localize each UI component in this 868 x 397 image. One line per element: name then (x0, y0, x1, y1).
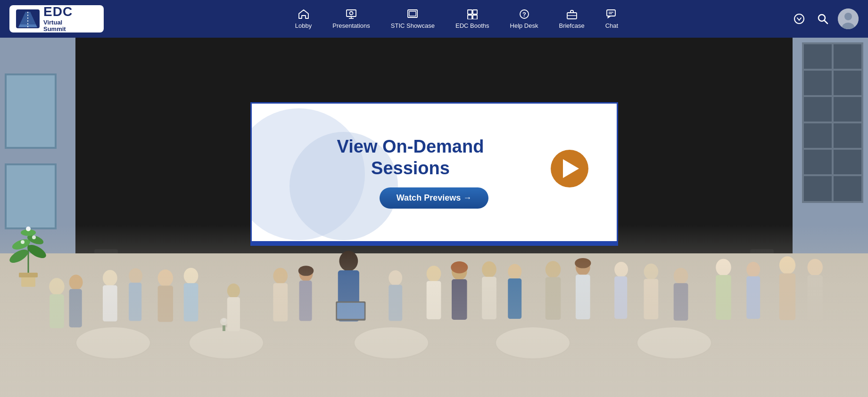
plant-decoration (9, 223, 47, 289)
svg-rect-7 (409, 11, 416, 16)
screen-title: View On-Demand Sessions (318, 136, 550, 179)
nav-label-stic-showcase: STIC Showcase (391, 22, 435, 29)
audience-overlay (0, 225, 868, 397)
window-left-1 (5, 73, 57, 149)
nav-item-presentations[interactable]: Presentations (322, 6, 380, 32)
right-deco-panel (802, 42, 863, 203)
nav-icon-stic-showcase (407, 9, 418, 21)
nav-links: LobbyPresentationsSTIC ShowcaseEDC Booth… (123, 6, 791, 32)
nav-item-lobby[interactable]: Lobby (285, 6, 322, 32)
nav-label-edc-booths: EDC Booths (455, 22, 489, 29)
svg-rect-9 (473, 10, 477, 14)
nav-label-lobby: Lobby (295, 22, 312, 29)
nav-icon-help-desk: ? (519, 9, 530, 21)
svg-text:?: ? (522, 11, 526, 18)
nav-icon-presentations (346, 9, 357, 21)
nav-right (791, 8, 859, 29)
plant-icon (9, 223, 47, 289)
play-triangle-icon (563, 159, 579, 178)
chevron-down-icon (794, 14, 804, 24)
svg-rect-26 (19, 273, 38, 277)
nav-label-presentations: Presentations (332, 22, 370, 29)
svg-point-34 (21, 240, 25, 244)
nav-item-stic-showcase[interactable]: STIC Showcase (380, 6, 445, 32)
svg-point-3 (350, 11, 353, 15)
svg-point-28 (9, 247, 30, 265)
nav-icon-edc-booths (467, 9, 478, 21)
logo-virtual-label: Virtual (43, 19, 73, 26)
svg-point-19 (794, 14, 804, 24)
logo[interactable]: EDC Virtual Summit (9, 5, 104, 32)
svg-rect-11 (473, 15, 477, 19)
logo-summit-label: Summit (43, 26, 73, 32)
nav-icon-lobby (298, 9, 309, 21)
main-content: View On-Demand Sessions Watch Previews → (0, 38, 868, 397)
logo-road-icon (16, 9, 40, 28)
svg-rect-16 (607, 10, 615, 16)
svg-rect-10 (468, 15, 472, 19)
nav-icon-chat (606, 9, 617, 21)
search-icon (817, 13, 828, 24)
svg-point-33 (26, 227, 31, 231)
logo-text: EDC Virtual Summit (43, 5, 73, 32)
watch-previews-button[interactable]: Watch Previews → (380, 187, 488, 209)
dropdown-button[interactable] (791, 10, 808, 27)
user-avatar[interactable] (838, 8, 859, 29)
svg-line-21 (825, 21, 828, 24)
navbar: EDC Virtual Summit LobbyPresentationsSTI… (0, 0, 868, 38)
nav-item-chat[interactable]: Chat (595, 6, 628, 32)
nav-label-briefcase: Briefcase (559, 22, 584, 29)
window-left-2 (5, 163, 57, 229)
screen-inner: View On-Demand Sessions Watch Previews → (252, 104, 617, 241)
logo-edc-label: EDC (43, 5, 73, 19)
screen-title-line1: View On-Demand (337, 137, 484, 156)
nav-item-briefcase[interactable]: Briefcase (548, 6, 595, 32)
nav-icon-briefcase (566, 9, 578, 21)
nav-label-chat: Chat (605, 22, 618, 29)
svg-point-35 (32, 235, 36, 239)
presentation-screen[interactable]: View On-Demand Sessions Watch Previews → (250, 102, 618, 246)
screen-title-line2: Sessions (371, 158, 450, 178)
svg-point-23 (844, 13, 852, 20)
svg-rect-8 (468, 10, 472, 14)
nav-item-help-desk[interactable]: ?Help Desk (500, 6, 549, 32)
avatar-icon (838, 8, 859, 29)
nav-item-edc-booths[interactable]: EDC Booths (445, 6, 500, 32)
watch-previews-label: Watch Previews → (397, 193, 471, 203)
search-button[interactable] (814, 10, 831, 27)
play-button[interactable] (551, 150, 588, 187)
nav-label-help-desk: Help Desk (510, 22, 538, 29)
svg-rect-2 (347, 10, 356, 16)
